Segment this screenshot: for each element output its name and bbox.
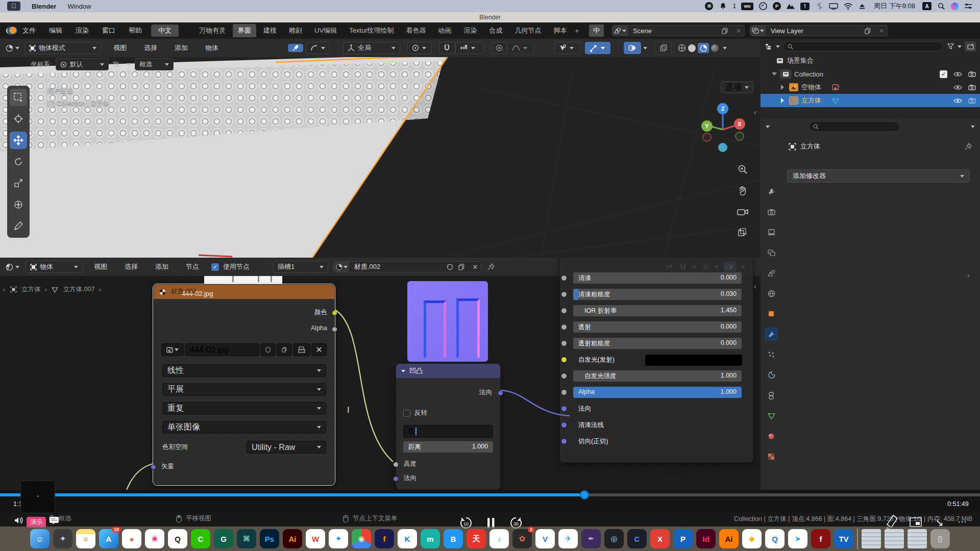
image-node-dropdown[interactable]: 线性 [162, 364, 326, 377]
tab-constraints[interactable] [765, 389, 778, 402]
workspace-tab[interactable]: 动画 [433, 24, 456, 37]
collection-camera-icon[interactable] [968, 71, 976, 77]
window-titlebar[interactable]: Blender [0, 12, 980, 22]
workspace-tab[interactable]: 几何节点 [509, 24, 546, 37]
video-progress-handle[interactable] [580, 490, 589, 499]
subtitle-icon[interactable] [49, 516, 59, 525]
breadcrumb-object[interactable]: 立方体 [21, 285, 41, 294]
gizmo-toggle-icon[interactable] [585, 42, 610, 54]
gizmo-minus-y[interactable] [735, 132, 744, 141]
outliner-display-caret[interactable] [776, 45, 780, 48]
image-unlink-button[interactable]: ✕ [311, 343, 327, 356]
proportional-edit-icon[interactable] [491, 42, 507, 54]
dock-app-icon[interactable]: m [421, 529, 440, 548]
topbar-menu-item[interactable]: 渲染 [76, 26, 89, 35]
select-tool-dropdown[interactable]: 框选 [135, 58, 174, 70]
snap-magnet-icon[interactable] [439, 42, 455, 54]
node-editor-type-icon[interactable] [5, 263, 13, 271]
dock-app-icon[interactable]: 天 [467, 529, 486, 548]
image-pack-button[interactable] [293, 343, 310, 356]
dock-app-icon[interactable]: ♪ [489, 529, 509, 548]
bsdf-row[interactable]: 透射 0.000 [573, 321, 741, 333]
drag-label[interactable]: 拖.. [113, 60, 122, 69]
dock-app-icon[interactable]: ❀ [145, 529, 164, 548]
filter-funnel-icon[interactable] [946, 42, 954, 51]
color-output-socket[interactable] [332, 310, 337, 316]
gizmo-z-axis[interactable]: Z [717, 103, 728, 114]
slot-dropdown[interactable]: 插槽1 [273, 261, 328, 273]
properties-expand-arrow[interactable]: › [967, 271, 969, 279]
collection-expand-icon[interactable] [772, 72, 777, 76]
language-button[interactable]: 中文 [151, 24, 179, 37]
dock-app-icon[interactable] [908, 529, 927, 548]
pin-material-icon[interactable] [487, 263, 495, 270]
viewport-canvas[interactable]: 坐标系: 默认 拖.. 框选 选项 用户透视 (7) Collection | … [0, 57, 761, 258]
workspace-tab[interactable]: 雕刻 [284, 24, 307, 37]
dock-app-icon[interactable]: P [673, 529, 693, 548]
workspace-tab[interactable]: Textur纹理绘制 [344, 24, 399, 37]
dock-app-icon[interactable]: C [627, 529, 647, 548]
editor-type-caret[interactable] [15, 47, 19, 49]
properties-search-input[interactable] [808, 121, 900, 132]
cube-expand-icon[interactable] [781, 98, 784, 103]
workspace-tab[interactable]: 渲染 [458, 24, 482, 37]
shading-solid-icon[interactable] [688, 44, 696, 52]
viewport-menu-item[interactable]: 选择 [141, 43, 160, 53]
node-editor-menu-item[interactable]: 节点 [183, 262, 202, 271]
bump-node[interactable]: 凹凸 法向 反转 0. 距离 1.000 高度 法向 [396, 363, 501, 490]
node-editor-menu-item[interactable]: 视图 [91, 262, 110, 271]
workspace-tab[interactable]: 界面 [233, 24, 256, 37]
dock-app-icon[interactable]: ✦ [53, 529, 72, 548]
outliner-row-empty[interactable]: 空物体 [761, 81, 980, 94]
outliner-row-scene-collection[interactable]: 场景集合 [761, 54, 980, 67]
tab-tool[interactable] [765, 185, 778, 198]
remove-view-layer-icon[interactable]: ✕ [876, 27, 887, 35]
shader-node-editor[interactable]: 物体 视图选择添加节点 ✓ 使用节点 插槽1 材质.002 ✕ [0, 258, 761, 511]
outliner-row-collection[interactable]: Collection ✓ [761, 67, 980, 81]
node-sidebar-arrow[interactable]: ‹ [754, 282, 756, 290]
properties-editor-caret[interactable] [766, 126, 770, 128]
orientation-dropdown[interactable]: 全局 [343, 42, 400, 54]
dock-app-icon[interactable]: G [214, 529, 233, 548]
viewport-3d[interactable]: 物体模式 视图选择添加物体 全局 [0, 39, 761, 258]
proportional-falloff-dropdown[interactable] [507, 42, 534, 54]
dock-app-icon[interactable] [862, 529, 881, 548]
dock-app-icon[interactable]: Id [696, 529, 716, 548]
gizmo-minus-x[interactable] [702, 133, 712, 142]
strength-value-field[interactable]: 0. [403, 425, 493, 438]
shading-dropdown-caret[interactable] [723, 47, 727, 49]
dock-app-icon[interactable]: B [444, 529, 463, 548]
select-box-tool[interactable] [10, 89, 27, 106]
image-browse-dropdown[interactable] [161, 343, 184, 356]
dock-app-icon[interactable]: W [306, 529, 325, 548]
dock-app-icon[interactable]: ▯ [930, 529, 950, 548]
bsdf-row[interactable]: 透射粗糙度 0.000 [573, 338, 741, 349]
dock-app-icon[interactable]: Q [765, 529, 785, 548]
falloff-dropdown[interactable] [306, 42, 330, 54]
invert-checkbox[interactable] [403, 410, 410, 417]
colorspace-dropdown[interactable]: Utility - Raw [247, 441, 326, 454]
cube-camera-icon[interactable] [968, 97, 976, 104]
collection-checkbox[interactable]: ✓ [940, 70, 947, 78]
tab-particles[interactable] [765, 348, 778, 361]
outliner-row-cube[interactable]: 立方体 [761, 94, 980, 107]
dock-app-icon[interactable]: ◎ [604, 529, 624, 548]
bump-normal-output-socket[interactable] [498, 390, 503, 396]
workspace-tab[interactable]: UV编辑 [309, 24, 342, 37]
gizmo-minus-z[interactable] [718, 143, 727, 152]
bsdf-row[interactable]: 清漆 0.000 [573, 272, 741, 284]
shader-context-dropdown[interactable]: 物体 [26, 261, 83, 273]
dock-app-icon[interactable]: TV [834, 529, 853, 548]
image-texture-node[interactable]: 材质.002 444-02.jpg 颜色 Alpha 444-02.jpg ✕ [153, 284, 335, 485]
dock-app-icon[interactable] [857, 529, 858, 549]
node-editor-menu-item[interactable]: 添加 [152, 262, 172, 271]
creative-cloud-icon[interactable] [758, 3, 768, 10]
unlink-material-icon[interactable]: ✕ [470, 263, 481, 271]
preset-dropdown[interactable]: 默认 [56, 58, 109, 70]
topbar-menu-item[interactable]: 文件 [22, 26, 36, 35]
annotate-tool[interactable] [10, 217, 27, 235]
bsdf-row[interactable]: 自发光(发射) [573, 354, 741, 365]
rotate-tool[interactable] [10, 153, 27, 170]
add-modifier-button[interactable]: 添加修改器 [787, 169, 970, 183]
tab-modifiers[interactable] [765, 328, 778, 341]
